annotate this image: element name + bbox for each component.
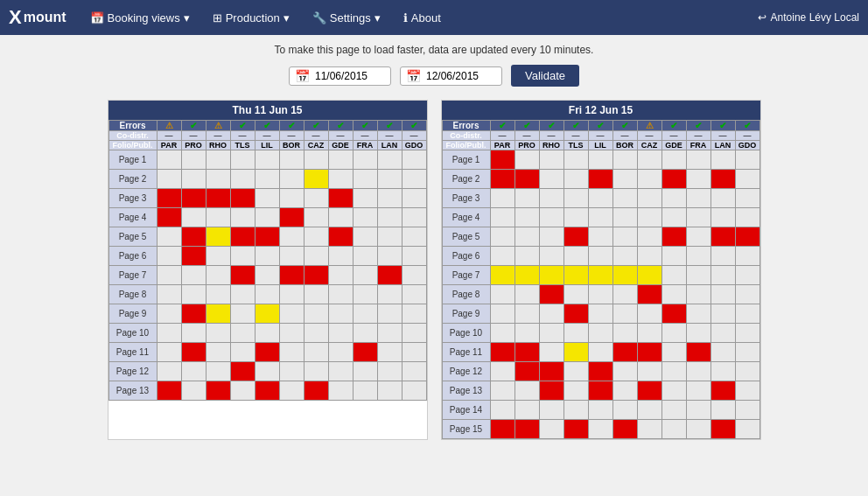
- grid-cell: [328, 189, 353, 208]
- check-icon: ✔: [548, 121, 555, 130]
- grid-cell: [490, 324, 514, 343]
- grid-cell: [662, 381, 686, 401]
- table-row: Page 10: [442, 324, 760, 343]
- grid-cell: [255, 170, 279, 189]
- grid-cell: [402, 362, 426, 381]
- username: Antoine Lévy Local: [771, 11, 859, 24]
- grid-cell: [735, 324, 760, 343]
- grid-cell: [612, 285, 637, 304]
- page-label: Page 6: [108, 247, 157, 266]
- grid-cell: [230, 362, 255, 381]
- grid-cell: [588, 227, 612, 247]
- grid-cell: [662, 401, 686, 420]
- grid-cell: [662, 343, 686, 362]
- grid-cell: [157, 150, 181, 170]
- grid-cell: [588, 208, 612, 227]
- grid-cell: [637, 189, 662, 208]
- grid-cell: [588, 150, 612, 170]
- check-icon: ✔: [695, 121, 702, 130]
- grid-cell: [206, 227, 230, 247]
- calendar-from-icon[interactable]: 📅: [295, 69, 310, 83]
- grid-cell: [539, 170, 564, 189]
- grid-cell: [686, 227, 710, 247]
- grid-cell: [637, 362, 662, 381]
- grid-cell: [735, 247, 760, 266]
- grid-cell: [377, 343, 402, 362]
- grid-thu-table: Errors ⚠ ✔ ⚠ ✔ ✔ ✔ ✔ ✔ ✔ ✔ ✔ Co-di: [108, 120, 427, 401]
- page-label: Page 2: [442, 170, 490, 189]
- nav-booking-views[interactable]: 📅 Booking views ▾: [80, 6, 200, 30]
- date-to-input[interactable]: [426, 70, 496, 82]
- col-par-err: ⚠: [157, 121, 181, 131]
- brand[interactable]: X mount: [9, 6, 66, 29]
- grid-cell: [157, 324, 181, 343]
- grid-cell: [514, 343, 539, 362]
- grid-cell: [157, 189, 181, 208]
- grid-cell: [564, 285, 588, 304]
- calendar-to-icon[interactable]: 📅: [406, 69, 421, 83]
- grid-cell: [328, 285, 353, 304]
- grid-cell: [735, 285, 760, 304]
- grid-cell: [490, 247, 514, 266]
- grid-cell: [564, 266, 588, 285]
- grid-cell: [710, 343, 735, 362]
- grid-cell: [637, 285, 662, 304]
- table-row: Page 1: [108, 150, 426, 170]
- grid-cell: [206, 343, 230, 362]
- grid-cell: [662, 362, 686, 381]
- check-icon: ✔: [410, 121, 417, 130]
- table-row: Page 5: [442, 227, 760, 247]
- grid-cell: [157, 208, 181, 227]
- grid-cell: [279, 247, 304, 266]
- grid-cell: [662, 266, 686, 285]
- navbar: X mount 📅 Booking views ▾ ⊞ Production ▾…: [0, 0, 868, 35]
- grid-cell: [255, 150, 279, 170]
- grid-cell: [255, 381, 279, 401]
- table-row: Page 2: [108, 170, 426, 189]
- validate-button[interactable]: Validate: [511, 65, 579, 87]
- table-row: Page 8: [442, 285, 760, 304]
- grid-cell: [514, 285, 539, 304]
- check-icon: ✔: [386, 121, 393, 130]
- grid-cell: [710, 170, 735, 189]
- date-from-input[interactable]: [315, 70, 385, 82]
- grid-cell: [402, 208, 426, 227]
- grid-cell: [304, 304, 328, 324]
- col-gdo-err: ✔: [402, 121, 426, 131]
- grid-cell: [710, 420, 735, 439]
- grid-fri-table: Errors ✔ ✔ ✔ ✔ ✔ ✔ ⚠ ✔ ✔ ✔ ✔ Co-di: [442, 120, 760, 439]
- grid-cell: [710, 247, 735, 266]
- table-row: Page 12: [108, 362, 426, 381]
- col-lil-err-fri: ✔: [588, 121, 612, 131]
- grid-cell: [255, 227, 279, 247]
- grid-cell: [588, 170, 612, 189]
- grid-cell: [402, 247, 426, 266]
- nav-settings[interactable]: 🔧 Settings ▾: [302, 6, 391, 30]
- grid-cell: [328, 227, 353, 247]
- nav-production[interactable]: ⊞ Production ▾: [202, 6, 300, 30]
- grid-cell: [490, 266, 514, 285]
- table-row: Page 3: [442, 189, 760, 208]
- grid-cell: [735, 170, 760, 189]
- grid-cell: [662, 420, 686, 439]
- grid-cell: [279, 208, 304, 227]
- grid-cell: [514, 420, 539, 439]
- check-icon: ✔: [621, 121, 628, 130]
- about-label: About: [411, 11, 441, 24]
- grid-cell: [279, 170, 304, 189]
- grid-cell: [490, 381, 514, 401]
- grid-cell: [206, 189, 230, 208]
- grid-cell: [686, 343, 710, 362]
- col-caz-err: ✔: [304, 121, 328, 131]
- grid-cell: [377, 285, 402, 304]
- grid-cell: [157, 285, 181, 304]
- grid-cell: [686, 150, 710, 170]
- grid-cell: [181, 208, 206, 227]
- nav-about[interactable]: ℹ About: [393, 6, 452, 30]
- grid-cell: [377, 170, 402, 189]
- grid-cell: [490, 208, 514, 227]
- table-row: Page 5: [108, 227, 426, 247]
- grid-cell: [206, 362, 230, 381]
- grid-cell: [539, 266, 564, 285]
- booking-views-label: Booking views: [108, 11, 180, 24]
